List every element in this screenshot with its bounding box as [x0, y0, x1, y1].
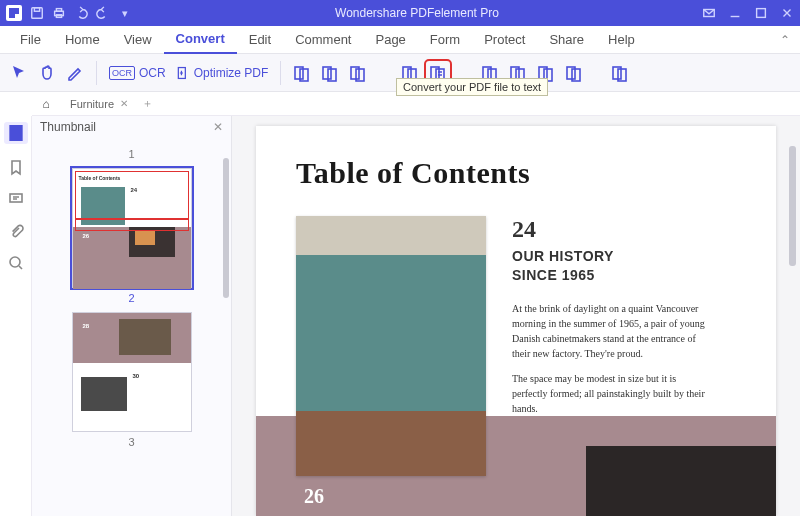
to-other-icon[interactable] [609, 62, 631, 84]
hand-tool-icon[interactable] [36, 62, 58, 84]
content-image [296, 216, 486, 476]
menu-view[interactable]: View [112, 26, 164, 54]
menu-comment[interactable]: Comment [283, 26, 363, 54]
tab-furniture[interactable]: Furniture✕ [62, 92, 136, 116]
ocr-button[interactable]: OCROCR [107, 66, 168, 80]
content-image-dark [586, 446, 776, 516]
search-panel-icon[interactable] [7, 254, 25, 272]
comments-icon[interactable] [7, 190, 25, 208]
close-icon[interactable] [780, 6, 794, 20]
to-ppt-icon[interactable] [347, 62, 369, 84]
tab-close-icon[interactable]: ✕ [120, 98, 128, 109]
menu-file[interactable]: File [8, 26, 53, 54]
panel-title: Thumbnail [40, 120, 96, 134]
svg-rect-0 [32, 8, 43, 19]
menu-share[interactable]: Share [537, 26, 596, 54]
minimize-icon[interactable] [728, 6, 742, 20]
attachments-icon[interactable] [7, 222, 25, 240]
optimize-pdf-button[interactable]: Optimize PDF [174, 66, 271, 80]
new-tab-icon[interactable]: ＋ [142, 96, 153, 111]
svg-rect-29 [10, 194, 22, 202]
thumbnail-page-1[interactable]: Table of Contents 24 26 [72, 168, 192, 288]
svg-rect-1 [34, 8, 39, 12]
svg-rect-3 [56, 9, 61, 12]
home-tab-icon[interactable]: ⌂ [36, 97, 56, 111]
menu-home[interactable]: Home [53, 26, 112, 54]
bookmarks-icon[interactable] [7, 158, 25, 176]
thumbnail-panel: Thumbnail ✕ 1 Table of Contents 24 26 2 [32, 116, 232, 516]
tooltip: Convert your PDF file to text [396, 78, 548, 96]
panel-close-icon[interactable]: ✕ [213, 120, 223, 134]
quickaccess-dropdown-icon[interactable]: ▾ [118, 6, 132, 20]
canvas-scrollbar[interactable] [789, 146, 796, 266]
undo-icon[interactable] [74, 6, 88, 20]
thumbnail-scrollbar[interactable] [223, 158, 229, 298]
window-title: Wondershare PDFelement Pro [132, 6, 702, 20]
body-text: The space may be modest in size but it i… [512, 371, 712, 416]
menu-page[interactable]: Page [363, 26, 417, 54]
page-number-label: 3 [42, 436, 221, 448]
section-number: 24 [512, 216, 712, 243]
svg-rect-28 [9, 125, 22, 141]
select-tool-icon[interactable] [8, 62, 30, 84]
redo-icon[interactable] [96, 6, 110, 20]
edit-tool-icon[interactable] [64, 62, 86, 84]
menu-help[interactable]: Help [596, 26, 647, 54]
page-view: Table of Contents 24 OUR HISTORYSINCE 19… [256, 126, 776, 516]
left-toolstrip [0, 116, 32, 516]
to-pdfa-icon[interactable] [563, 62, 585, 84]
titlebar: ▾ Wondershare PDFelement Pro [0, 0, 800, 26]
page-number-label: 2 [42, 292, 221, 304]
page-heading: Table of Contents [296, 156, 736, 190]
menu-edit[interactable]: Edit [237, 26, 283, 54]
collapse-ribbon-icon[interactable]: ⌃ [780, 33, 790, 47]
svg-point-30 [10, 257, 20, 267]
mail-icon[interactable] [702, 6, 716, 20]
document-canvas[interactable]: Table of Contents 24 OUR HISTORYSINCE 19… [232, 116, 800, 516]
page-number-label: 1 [42, 148, 221, 160]
thumbnails-icon[interactable] [4, 122, 28, 144]
menu-protect[interactable]: Protect [472, 26, 537, 54]
section-number: 26 [304, 485, 324, 508]
svg-rect-6 [757, 9, 766, 18]
to-excel-icon[interactable] [319, 62, 341, 84]
menu-form[interactable]: Form [418, 26, 472, 54]
print-icon[interactable] [52, 6, 66, 20]
app-logo-icon [6, 5, 22, 21]
to-word-icon[interactable] [291, 62, 313, 84]
menu-convert[interactable]: Convert [164, 26, 237, 54]
save-icon[interactable] [30, 6, 44, 20]
body-text: At the brink of daylight on a quaint Van… [512, 301, 712, 361]
maximize-icon[interactable] [754, 6, 768, 20]
thumbnail-page-2[interactable]: 28 30 [72, 312, 192, 432]
menubar: File Home View Convert Edit Comment Page… [0, 26, 800, 54]
section-title: OUR HISTORYSINCE 1965 [512, 247, 712, 285]
